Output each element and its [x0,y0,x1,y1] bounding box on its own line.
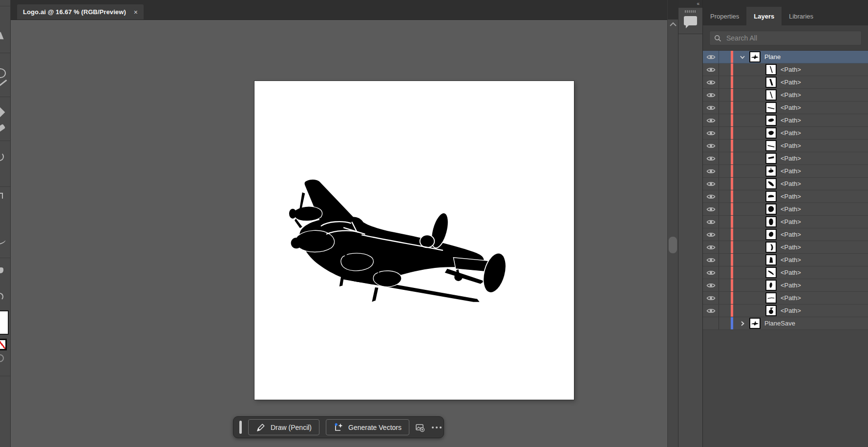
layer-thumbnail[interactable] [765,305,777,316]
eraser-tool-icon[interactable] [0,124,5,133]
layer-row-main[interactable]: <Path> [733,102,868,114]
visibility-toggle[interactable] [703,203,719,215]
layer-name[interactable]: <Path> [781,256,801,264]
visibility-toggle[interactable] [703,190,719,203]
tab-layers[interactable]: Layers [746,7,782,25]
scale-tool-icon[interactable] [0,193,3,199]
layer-thumbnail[interactable] [749,51,761,62]
lock-cell[interactable] [719,127,731,139]
layer-row-main[interactable]: PlaneSave [733,317,868,329]
layer-row-main[interactable]: <Path> [733,89,868,101]
lock-cell[interactable] [719,165,731,177]
layer-row-main[interactable]: <Path> [733,152,868,164]
visibility-toggle[interactable] [703,228,719,241]
lock-cell[interactable] [719,190,731,203]
layer-row[interactable]: <Path> [703,178,868,190]
layer-row[interactable]: <Path> [703,63,868,76]
layer-name[interactable]: <Path> [781,307,801,314]
layer-row-main[interactable]: <Path> [733,241,868,253]
layer-row[interactable]: <Path> [703,228,868,241]
lock-cell[interactable] [719,254,731,266]
layer-row-main[interactable]: <Path> [733,140,868,152]
lock-cell[interactable] [719,76,731,88]
close-tab-icon[interactable]: × [134,9,138,16]
layer-thumbnail[interactable] [765,280,777,291]
layer-name[interactable]: <Path> [781,104,801,111]
layer-thumbnail[interactable] [765,77,777,88]
layer-thumbnail[interactable] [765,140,777,151]
layer-row-main[interactable]: <Path> [733,178,868,190]
expand-chevron-icon[interactable] [739,321,746,326]
layer-row[interactable]: <Path> [703,266,868,279]
visibility-toggle[interactable] [703,152,719,164]
lock-cell[interactable] [719,292,731,304]
visibility-toggle[interactable] [703,102,719,114]
layer-row[interactable]: PlaneSave [703,317,868,330]
canvas-vertical-scrollbar[interactable] [667,0,678,447]
layer-name[interactable]: <Path> [781,231,801,238]
layer-thumbnail[interactable] [765,178,777,189]
layer-row[interactable]: <Path> [703,114,868,127]
lock-cell[interactable] [719,241,731,253]
layer-thumbnail[interactable] [765,203,777,215]
collapse-panels-button[interactable]: « [678,0,702,8]
layer-thumbnail[interactable] [765,216,777,227]
layer-row[interactable]: <Path> [703,102,868,114]
layer-name[interactable]: <Path> [781,205,801,213]
rotate-view-tool-icon[interactable] [0,293,3,301]
layer-thumbnail[interactable] [765,64,777,75]
layer-row-main[interactable]: <Path> [733,292,868,304]
layer-row[interactable]: <Path> [703,216,868,228]
layer-thumbnail[interactable] [765,191,777,202]
layer-name[interactable]: <Path> [781,66,801,73]
visibility-toggle[interactable] [703,216,719,228]
layer-thumbnail[interactable] [765,115,777,126]
layer-thumbnail[interactable] [749,318,761,329]
layer-row-main[interactable]: <Path> [733,203,868,215]
lock-cell[interactable] [719,89,731,101]
visibility-toggle[interactable] [703,63,719,76]
visibility-toggle[interactable] [703,140,719,152]
layer-thumbnail[interactable] [765,242,777,253]
layer-thumbnail[interactable] [765,153,777,164]
layer-name[interactable]: <Path> [781,269,801,276]
visibility-toggle[interactable] [703,279,719,291]
layer-row[interactable]: <Path> [703,127,868,140]
layer-name[interactable]: <Path> [781,167,801,175]
scrollbar-thumb[interactable] [669,237,677,253]
draw-pencil-button[interactable]: Draw (Pencil) [248,419,319,435]
layer-name[interactable]: <Path> [781,294,801,302]
fill-swatch[interactable] [0,310,9,335]
layer-name[interactable]: <Path> [781,79,801,86]
visibility-toggle[interactable] [703,76,719,88]
color-mode-icon[interactable] [0,354,4,362]
lock-cell[interactable] [719,63,731,76]
layer-row-main[interactable]: <Path> [733,127,868,139]
visibility-toggle[interactable] [703,254,719,266]
layer-thumbnail[interactable] [765,127,777,139]
visibility-toggle[interactable] [703,178,719,190]
lock-cell[interactable] [719,51,731,63]
scroll-up-icon[interactable] [669,22,677,27]
lock-cell[interactable] [719,279,731,291]
layer-name[interactable]: <Path> [781,142,801,149]
layer-row-main[interactable]: <Path> [733,76,868,88]
more-options-button[interactable] [432,427,442,428]
document-tab[interactable]: Logo.ai @ 16.67 % (RGB/Preview) × [17,4,144,20]
lock-cell[interactable] [719,178,731,190]
layer-name[interactable]: PlaneSave [764,320,795,327]
visibility-toggle[interactable] [703,292,719,304]
lock-cell[interactable] [719,114,731,126]
layer-name[interactable]: <Path> [781,91,801,99]
left-toolbar[interactable] [0,0,11,447]
pencil-tool-icon[interactable] [0,80,7,88]
layer-row[interactable]: <Path> [703,165,868,178]
layer-row-main[interactable]: <Path> [733,266,868,279]
layer-thumbnail[interactable] [765,254,777,265]
tab-properties[interactable]: Properties [703,7,746,25]
layer-thumbnail[interactable] [765,267,777,278]
visibility-toggle[interactable] [703,89,719,101]
shaper-tool-icon[interactable] [0,107,5,118]
hand-tool-icon[interactable] [0,267,3,273]
layer-row-main[interactable]: <Path> [733,228,868,241]
